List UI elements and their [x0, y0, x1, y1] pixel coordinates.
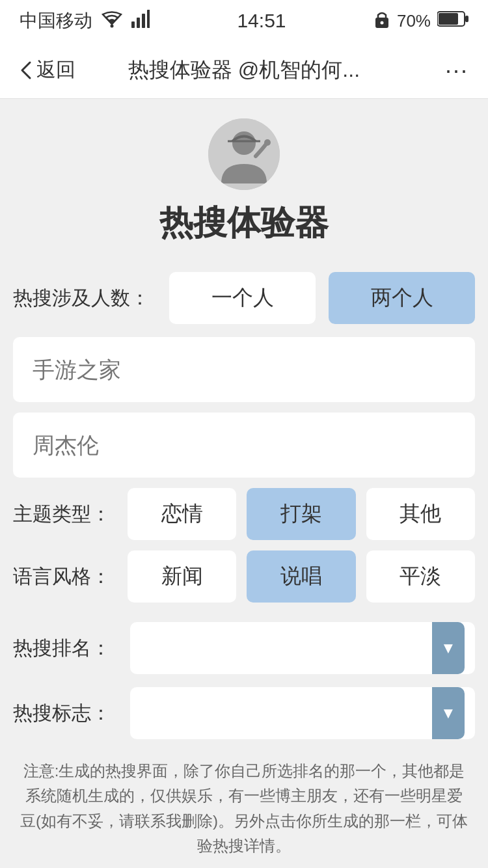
two-person-button[interactable]: 两个人 [329, 272, 475, 324]
lang-mild-button[interactable]: 平淡 [366, 550, 475, 603]
lang-rap-button[interactable]: 说唱 [247, 550, 355, 603]
svg-rect-1 [131, 21, 135, 28]
nav-bar: 返回 热搜体验器 @机智的何... ··· [0, 42, 488, 99]
form-area: 热搜涉及人数： 一个人 两个人 主题类型： 恋情 打架 其他 语言风格： 新闻 … [0, 272, 488, 739]
people-count-row: 热搜涉及人数： 一个人 两个人 [13, 272, 475, 324]
carrier-text: 中国移动 [20, 8, 92, 33]
app-title: 热搜体验器 [159, 200, 329, 246]
badge-row: 热搜标志： 爆 [13, 687, 475, 739]
lock-icon [373, 10, 390, 33]
status-bar: 中国移动 14:51 70% [0, 0, 488, 42]
rank-label: 热搜排名： [13, 635, 111, 662]
notice-text: 注意:生成的热搜界面，除了你自己所选排名的那一个，其他都是系统随机生成的，仅供娱… [0, 752, 488, 868]
svg-rect-4 [147, 10, 150, 28]
main-content: 热搜体验器 热搜涉及人数： 一个人 两个人 主题类型： 恋情 打架 其他 语言风… [0, 99, 488, 868]
language-label: 语言风格： [13, 563, 111, 590]
badge-label: 热搜标志： [13, 700, 111, 727]
svg-point-13 [264, 139, 271, 146]
lang-news-button[interactable]: 新闻 [128, 550, 236, 603]
avatar-section: 热搜体验器 [0, 99, 488, 272]
theme-row: 主题类型： 恋情 打架 其他 [13, 488, 475, 540]
theme-fight-button[interactable]: 打架 [247, 488, 355, 540]
status-time: 14:51 [237, 10, 286, 32]
signal-bars [131, 10, 150, 33]
people-count-label: 热搜涉及人数： [13, 285, 150, 312]
battery-icon [437, 10, 468, 32]
wifi-icon [100, 10, 124, 33]
person2-input[interactable] [13, 413, 475, 478]
svg-point-6 [380, 21, 383, 24]
badge-dropdown-wrapper: 爆 [130, 687, 475, 739]
battery-percent: 70% [397, 11, 431, 31]
avatar [208, 118, 280, 190]
rank-dropdown-wrapper: 1 [130, 622, 475, 674]
svg-point-0 [111, 24, 114, 27]
back-button[interactable]: 返回 [20, 57, 75, 83]
svg-rect-8 [439, 13, 458, 25]
svg-point-11 [232, 131, 256, 155]
theme-romance-button[interactable]: 恋情 [128, 488, 236, 540]
rank-row: 热搜排名： 1 [13, 622, 475, 674]
language-row: 语言风格： 新闻 说唱 平淡 [13, 550, 475, 603]
more-button[interactable]: ··· [445, 57, 468, 84]
svg-rect-3 [142, 14, 145, 28]
person1-input[interactable] [13, 337, 475, 402]
nav-title: 热搜体验器 @机智的何... [128, 56, 360, 85]
theme-other-button[interactable]: 其他 [366, 488, 475, 540]
back-label: 返回 [36, 57, 75, 83]
theme-label: 主题类型： [13, 501, 111, 528]
status-left: 中国移动 [20, 8, 150, 33]
rank-input[interactable]: 1 [130, 622, 475, 674]
status-right: 70% [373, 10, 468, 33]
badge-input[interactable]: 爆 [130, 687, 475, 739]
one-person-button[interactable]: 一个人 [169, 272, 316, 324]
svg-rect-2 [137, 18, 140, 28]
svg-rect-9 [465, 16, 468, 22]
